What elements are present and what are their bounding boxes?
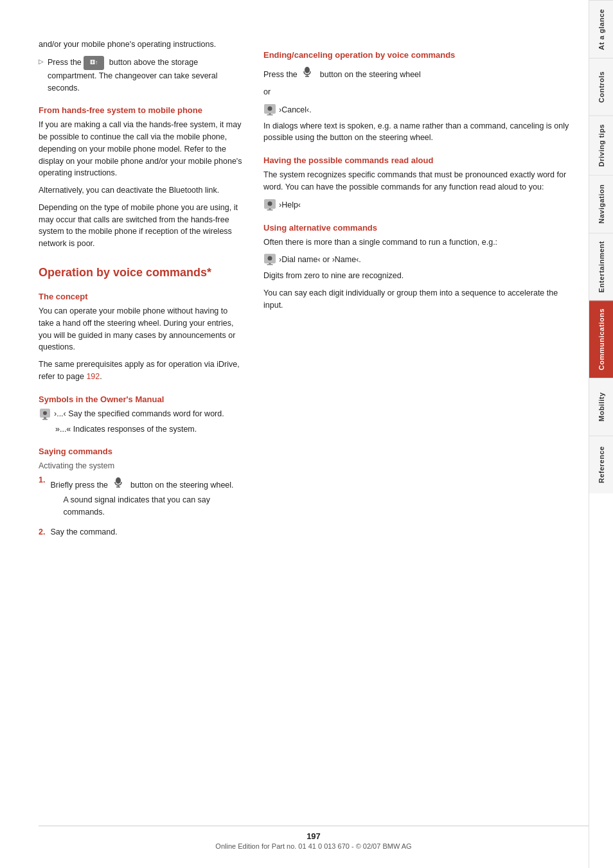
- cancel-command-text: ›Cancel‹.: [279, 105, 312, 114]
- sidebar-tab-driving-tips[interactable]: Driving tips: [589, 116, 613, 175]
- concept-para2: The same prerequisites apply as for oper…: [39, 359, 244, 383]
- dial-command-text: ›Dial name‹ or ›Name‹.: [279, 255, 361, 264]
- mic-symbol-icon: [39, 408, 51, 421]
- steering-mic-icon: [111, 474, 126, 490]
- svg-rect-17: [267, 209, 273, 211]
- sidebar-tab-mobility[interactable]: Mobility: [589, 378, 613, 436]
- svg-point-11: [268, 106, 272, 111]
- footer-text: Online Edition for Part no. 01 41 0 013 …: [39, 842, 589, 850]
- symbol-line-1: ›...‹ Say the specified commands word fo…: [39, 408, 244, 421]
- sidebar-tab-entertainment[interactable]: Entertainment: [589, 233, 613, 300]
- symbol-line-2: »...« Indicates responses of the system.: [55, 423, 244, 436]
- hands-free-para1: If you are making a call via the hands-f…: [39, 119, 244, 179]
- cancel-command: ›Cancel‹.: [263, 103, 576, 116]
- sidebar-tab-communications[interactable]: Communications: [589, 300, 613, 378]
- svg-rect-21: [267, 264, 273, 265]
- sidebar-tab-navigation[interactable]: Navigation: [589, 175, 613, 233]
- step-1-number: 1.: [39, 474, 45, 486]
- step-2: 2. Say the command.: [39, 526, 244, 538]
- dial-mic-icon: [263, 253, 276, 266]
- svg-rect-3: [42, 419, 48, 420]
- step-1-sub: A sound signal indicates that you can sa…: [63, 494, 244, 518]
- intro-text: and/or your mobile phone's operating ins…: [39, 39, 244, 51]
- ending-para2: In dialogs where text is spoken, e.g. a …: [263, 120, 576, 145]
- svg-rect-13: [267, 114, 273, 116]
- help-command: ›Help‹: [263, 199, 576, 211]
- page-number: 197: [39, 831, 589, 841]
- sidebar-tab-reference[interactable]: Reference: [589, 436, 613, 493]
- bullet-arrow: ▷: [39, 57, 44, 66]
- activating-heading: Activating the system: [39, 461, 244, 470]
- hands-free-para2: Alternatively, you can deactivate the Bl…: [39, 184, 244, 197]
- hands-free-para3: Depending on the type of mobile phone yo…: [39, 202, 244, 250]
- left-column: and/or your mobile phone's operating ins…: [39, 39, 244, 842]
- saying-commands-heading: Saying commands: [39, 447, 244, 456]
- svg-point-7: [305, 67, 310, 73]
- concept-heading: The concept: [39, 292, 244, 301]
- sidebar-tab-controls[interactable]: Controls: [589, 58, 613, 116]
- svg-point-1: [43, 411, 47, 415]
- svg-rect-2: [44, 417, 46, 419]
- activating-steps: 1. Briefly press the button on the steer…: [39, 474, 244, 538]
- or-text: or: [263, 86, 576, 98]
- step-1: 1. Briefly press the button on the steer…: [39, 474, 244, 520]
- step-1-content: Briefly press the button on the steering…: [50, 474, 244, 520]
- having-commands-para1: The system recognizes specific commands …: [263, 169, 576, 193]
- press-button-text: Press the ⚅↑ button above the storage co…: [48, 56, 244, 94]
- step-2-number: 2.: [39, 526, 45, 538]
- page-footer: 197 Online Edition for Part no. 01 41 0 …: [39, 826, 589, 855]
- concept-para1: You can operate your mobile phone withou…: [39, 305, 244, 353]
- main-content: and/or your mobile phone's operating ins…: [0, 0, 589, 868]
- press-button-item: ▷ Press the ⚅↑ button above the storage …: [39, 56, 244, 94]
- ending-para1: Press the button on the steering wheel: [263, 64, 576, 81]
- steering-mic-icon-2: [299, 64, 315, 79]
- alternative-para1: Often there is more than a single comman…: [263, 236, 576, 249]
- step-2-content: Say the command.: [50, 526, 244, 538]
- help-mic-icon: [263, 199, 276, 211]
- symbols-heading: Symbols in the Owner's Manual: [39, 394, 244, 404]
- ending-heading: Ending/canceling operation by voice comm…: [263, 50, 576, 60]
- page-container: and/or your mobile phone's operating ins…: [0, 0, 613, 868]
- svg-point-19: [268, 256, 272, 261]
- storage-button-icon: ⚅↑: [84, 56, 104, 70]
- help-command-text: ›Help‹: [279, 200, 301, 209]
- page-link[interactable]: 192: [86, 372, 100, 381]
- dial-command: ›Dial name‹ or ›Name‹.: [263, 253, 576, 266]
- alternative-heading: Using alternative commands: [263, 223, 576, 233]
- having-commands-heading: Having the possible commands read aloud: [263, 155, 576, 165]
- from-hands-free-heading: From hands-free system to mobile phone: [39, 105, 244, 115]
- svg-point-4: [116, 477, 121, 484]
- alternative-para2: Digits from zero to nine are recognized.: [263, 270, 576, 282]
- right-column: Ending/canceling operation by voice comm…: [263, 39, 576, 842]
- operation-heading: Operation by voice commands*: [39, 265, 244, 280]
- cancel-mic-icon: [263, 103, 276, 116]
- svg-point-15: [268, 201, 272, 206]
- alternative-para3: You can say each digit individually or g…: [263, 287, 576, 312]
- sidebar: At a glance Controls Driving tips Naviga…: [589, 0, 613, 868]
- sidebar-tab-at-a-glance[interactable]: At a glance: [589, 0, 613, 58]
